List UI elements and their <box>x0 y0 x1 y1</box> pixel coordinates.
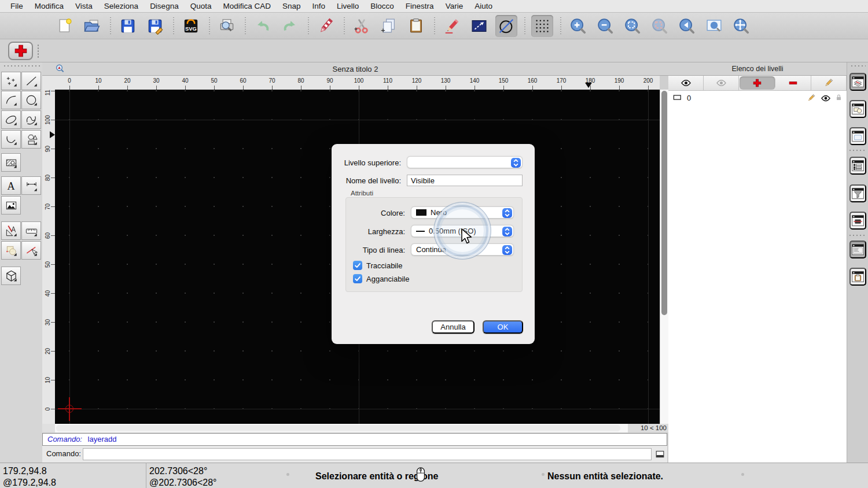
new-file-icon <box>56 17 73 35</box>
toolbar-delete-entities-button[interactable] <box>315 15 337 37</box>
palette-image-button[interactable] <box>1 196 21 215</box>
ruler-tick-label: 140 <box>470 77 480 84</box>
parent-layer-select[interactable] <box>407 156 523 168</box>
drawing-window-titlebar[interactable]: Senza titolo 2 <box>42 62 668 76</box>
menu-livello[interactable]: Livello <box>331 2 365 10</box>
toolbar-new-file-button[interactable] <box>54 15 76 37</box>
dock-block-list-button[interactable] <box>849 100 866 118</box>
menu-vista[interactable]: Vista <box>69 2 98 10</box>
layer-panel-toolbar <box>668 76 847 91</box>
palette-spline-button[interactable] <box>21 110 41 129</box>
dock-view-list-button[interactable] <box>849 127 866 145</box>
palette-text-button[interactable]: A <box>1 176 21 195</box>
toolbar-svg-export-button[interactable]: SVG <box>180 15 202 37</box>
palette-shapes-button[interactable] <box>21 130 41 149</box>
menu-disegna[interactable]: Disegna <box>144 2 185 10</box>
palette-measure-button[interactable] <box>21 221 41 240</box>
color-select[interactable]: Nero <box>411 206 514 219</box>
layer-list[interactable] <box>668 91 847 463</box>
linetype-select[interactable]: Continua <box>411 243 514 256</box>
menu-finestra[interactable]: Finestra <box>400 2 440 10</box>
layer-lock-icon[interactable] <box>834 93 844 105</box>
menu-quota[interactable]: Quota <box>185 2 218 10</box>
copy-icon <box>380 17 398 35</box>
p-solid-icon <box>5 269 18 283</box>
toolbar-zoom-out-button[interactable] <box>594 15 616 37</box>
palette-solid-button[interactable] <box>1 267 21 285</box>
ruler-tick-label: 110 <box>383 77 392 84</box>
lineweight-select[interactable]: 0.50mm (ISO) <box>411 225 514 237</box>
layer-visible-eye-icon[interactable] <box>821 93 831 106</box>
cancel-button[interactable]: Annulla <box>432 320 475 334</box>
menu-modifica[interactable]: Modifica <box>29 2 69 10</box>
menu-info[interactable]: Info <box>307 2 332 10</box>
toolbar-undo-button[interactable] <box>252 15 274 37</box>
ruler-tick-label: 20 <box>44 346 52 357</box>
palette-polyline-button[interactable] <box>1 130 21 149</box>
layer-name-input[interactable]: Visibile <box>407 175 523 186</box>
toolbar-zoom-selection-button[interactable] <box>649 15 671 37</box>
palette-ellipse-button[interactable] <box>1 110 21 129</box>
command-input[interactable] <box>83 448 652 460</box>
toolbar-polyline-mode-button[interactable] <box>468 15 490 37</box>
dock-selection-filter-button[interactable] <box>849 184 866 202</box>
toolbar-zoom-window-button[interactable] <box>703 15 725 37</box>
toolbar-save-as-button[interactable] <box>144 15 166 37</box>
palette-arc-button[interactable] <box>1 91 21 109</box>
vertical-scrollbar-thumb[interactable] <box>661 91 667 315</box>
zoom-previous-icon <box>678 17 696 35</box>
palette-modify-button[interactable] <box>1 221 21 240</box>
layer-edit-pencil-icon[interactable] <box>806 93 816 105</box>
toolbar-zoom-previous-button[interactable] <box>676 15 698 37</box>
dock-property-editor-button[interactable] <box>849 157 866 175</box>
dock-library-browser-button[interactable] <box>849 212 866 230</box>
menu-file[interactable]: File <box>5 2 29 10</box>
horizontal-scrollbar[interactable] <box>55 424 628 432</box>
layer-toolbar-show-all-layers-button[interactable] <box>668 76 704 90</box>
vertical-scrollbar[interactable] <box>660 90 668 424</box>
layer-toolbar-add-layer-button[interactable] <box>740 76 775 90</box>
toolbar-cut-button[interactable] <box>351 15 373 37</box>
dock-command-line-button[interactable] <box>849 241 866 258</box>
menu-modifica-cad[interactable]: Modifica CAD <box>217 2 277 10</box>
toolbar-zoom-pan-button[interactable] <box>730 15 752 37</box>
toolbar-zoom-in-button[interactable] <box>567 15 589 37</box>
toolbar-copy-button[interactable] <box>378 15 400 37</box>
toolbar-draw-pencil-button[interactable] <box>441 15 463 37</box>
palette-points-button[interactable] <box>1 72 21 90</box>
toolbar-grid-toggle-button[interactable] <box>531 15 553 37</box>
snappable-checkbox[interactable] <box>353 274 362 283</box>
layer-row[interactable]: 0 <box>668 92 847 104</box>
toolbar-paste-button[interactable] <box>405 15 427 37</box>
toolbar-print-preview-button[interactable] <box>216 15 238 37</box>
layer-toolbar-hide-inactive-layers-button[interactable] <box>704 76 739 90</box>
toolbar-open-folder-button[interactable] <box>81 15 103 37</box>
layer-toolbar-edit-layer-button[interactable] <box>811 76 847 90</box>
menu-seleziona[interactable]: Seleziona <box>98 2 144 10</box>
palette-hatch-button[interactable] <box>1 153 21 172</box>
horizontal-scrollbar-thumb[interactable] <box>56 425 620 431</box>
toolbar-save-button[interactable] <box>117 15 139 37</box>
toolbar-zoom-auto-button[interactable] <box>621 15 643 37</box>
dock-layer-list-button[interactable] <box>849 73 866 91</box>
toolbar-circle-modify-button[interactable] <box>495 15 517 37</box>
plottable-checkbox[interactable] <box>353 261 362 270</box>
layer-toolbar-remove-layer-button[interactable] <box>776 76 811 90</box>
palette-dimension-button[interactable] <box>21 176 41 195</box>
dock-clipboard-button[interactable] <box>849 268 866 286</box>
toolbar-redo-button[interactable] <box>279 15 301 37</box>
menu-aiuto[interactable]: Aiuto <box>469 2 498 10</box>
toolbar-separator <box>110 17 111 35</box>
palette-line-button[interactable] <box>21 72 41 90</box>
p-boolean-icon <box>5 244 18 257</box>
palette-select-button[interactable] <box>21 241 41 260</box>
menu-blocco[interactable]: Blocco <box>365 2 400 10</box>
palette-boolean-button[interactable] <box>1 241 21 260</box>
menu-snap[interactable]: Snap <box>277 2 307 10</box>
palette-circle-button[interactable] <box>21 91 41 109</box>
command-panel-toggle-icon[interactable] <box>654 449 665 462</box>
ok-button[interactable]: OK <box>483 320 523 334</box>
menu-varie[interactable]: Varie <box>440 2 469 10</box>
plus-red-icon <box>752 77 763 88</box>
crosshair-plus-button[interactable] <box>8 42 33 60</box>
